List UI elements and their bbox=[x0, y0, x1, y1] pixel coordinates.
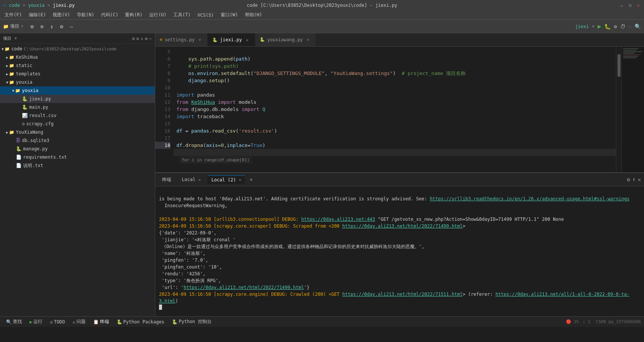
tree-item-db[interactable]: 🗄 db.sqlite3 bbox=[0, 136, 155, 145]
tree-label-youxiawang: YouXiaWang bbox=[16, 130, 43, 135]
menu-run[interactable]: 运行(U) bbox=[146, 11, 170, 19]
link-71499[interactable]: https://0day.ali213.net/html/2022/71499.… bbox=[342, 223, 463, 229]
bt-todo[interactable]: ☑ TODO bbox=[47, 319, 68, 325]
sidebar-action-2[interactable]: ≡ bbox=[136, 36, 139, 41]
more-button[interactable]: ⋯ bbox=[628, 23, 632, 30]
toolbar-btn-1[interactable]: ⚙ bbox=[28, 22, 36, 31]
scrollbar-thumb[interactable] bbox=[617, 54, 621, 77]
tab-settings[interactable]: ⚙ settings.py ✕ bbox=[155, 33, 208, 46]
bt-terminal[interactable]: 📋 终端 bbox=[90, 318, 112, 326]
tree-item-main[interactable]: 🐍 main.py bbox=[0, 103, 155, 111]
tab-youxiawang[interactable]: 🐍 youxiawang.py ✕ bbox=[255, 33, 316, 46]
tree-item-keshihua[interactable]: ▶ 📁 KeShiHua bbox=[0, 53, 155, 61]
tree-item-scrapy[interactable]: ⚙ scrapy.cfg bbox=[0, 120, 155, 128]
terminal-prompt bbox=[159, 305, 640, 310]
ssl-warnings-link[interactable]: https://urllib3.readthedocs.io/en/1.26.x… bbox=[430, 196, 629, 201]
tab-local[interactable]: Local ✕ bbox=[178, 175, 204, 184]
search-icon: 🔍 bbox=[6, 319, 12, 325]
menu-vcs[interactable]: VCS(S) bbox=[195, 12, 217, 19]
sidebar-action-4[interactable]: ⚙ bbox=[145, 36, 148, 41]
bt-run-label: 运行 bbox=[33, 319, 42, 325]
tab-terminal[interactable]: 终端 bbox=[158, 175, 175, 184]
tree-item-youxia[interactable]: ▼ 📁 youxia bbox=[0, 78, 155, 86]
tree-item-static[interactable]: ▶ 📁 static bbox=[0, 61, 155, 70]
tree-item-jiexi[interactable]: 🐍 jiexi.py bbox=[0, 95, 155, 103]
terminal-line-1: is being made to host '0day.ali213.net'.… bbox=[159, 196, 630, 304]
editor-scrollbar[interactable] bbox=[616, 47, 621, 172]
profile-button[interactable]: ⏱ bbox=[620, 23, 625, 30]
coverage-button[interactable]: ⊙ bbox=[614, 23, 617, 30]
local-close[interactable]: ✕ bbox=[198, 178, 201, 182]
project-label[interactable]: 项目 bbox=[10, 23, 19, 30]
menu-edit[interactable]: 编辑(E) bbox=[26, 11, 49, 19]
toolbar: 📁 项目 ▼ ⚙ ≡ ↕ ⚙ — jiexi ▼ ▶ 🐛 ⊙ ⏱ ⋯ 🔍 bbox=[0, 20, 644, 33]
toolbar-btn-3[interactable]: ↕ bbox=[48, 22, 56, 31]
tree-item-result[interactable]: 📊 result.csv bbox=[0, 111, 155, 120]
todo-icon: ☑ bbox=[50, 319, 53, 325]
cfg-file-icon: ⚙ bbox=[22, 121, 25, 126]
bt-problems[interactable]: ⚠ 问题 bbox=[69, 318, 88, 326]
file-tree: ▼ 📁 code C:\Users\83852\Desktop\2023youx… bbox=[0, 44, 155, 316]
folder-icon: 📁 bbox=[9, 63, 14, 68]
tree-item-templates[interactable]: ▶ 📁 templates bbox=[0, 70, 155, 78]
link-443[interactable]: https://0day.ali213.net:443 bbox=[301, 217, 375, 222]
cursor bbox=[159, 305, 162, 310]
menu-help[interactable]: 帮助(H) bbox=[242, 11, 265, 19]
debug-button[interactable]: 🐛 bbox=[604, 23, 611, 30]
menu-window[interactable]: 窗口(W) bbox=[218, 11, 241, 19]
bt-python-console[interactable]: 🐍 Python 控制台 bbox=[169, 318, 215, 326]
menu-tools[interactable]: 工具(T) bbox=[170, 11, 194, 19]
bt-search[interactable]: 🔍 查找 bbox=[3, 318, 25, 326]
sidebar-action-1[interactable]: ⚙ bbox=[132, 36, 135, 41]
run-button[interactable]: ▶ bbox=[597, 23, 601, 30]
sidebar: 项目 ▼ ⚙ ≡ ↕ ⚙ — ▼ 📁 code C:\Users\83852\D… bbox=[0, 33, 155, 316]
tab-close-jiexi[interactable]: ✕ bbox=[244, 37, 250, 43]
search-icon[interactable]: 🔍 bbox=[635, 23, 641, 30]
toolbar-btn-settings[interactable]: ⚙ bbox=[58, 22, 66, 31]
maximize-button[interactable]: ❐ bbox=[627, 3, 633, 8]
sidebar-action-3[interactable]: ↕ bbox=[140, 36, 143, 41]
warning-count: ⚠ 1 bbox=[583, 319, 590, 324]
link-71511[interactable]: https://0day.ali213.net/html/2022/71511.… bbox=[342, 292, 463, 297]
minimize-button[interactable]: — bbox=[619, 3, 624, 8]
menu-navigate[interactable]: 导航(N) bbox=[74, 11, 97, 19]
bt-python-packages[interactable]: 🐍 Python Packages bbox=[114, 319, 167, 325]
project-breadcrumb: code > youxia > jiexi.py bbox=[9, 3, 75, 8]
tree-root[interactable]: ▼ 📁 code C:\Users\83852\Desktop\2023youx… bbox=[0, 45, 155, 53]
tree-item-requirements[interactable]: 📄 requirements.txt bbox=[0, 153, 155, 161]
folder-icon: 📁 bbox=[9, 72, 14, 77]
close-button[interactable]: ✕ bbox=[636, 3, 641, 8]
db-file-icon: 🗄 bbox=[16, 138, 20, 143]
bt-problems-label: 问题 bbox=[76, 319, 86, 325]
link-71499-2[interactable]: https://0day.ali213.net/html/2022/71499.… bbox=[184, 285, 304, 290]
toolbar-btn-close[interactable]: — bbox=[67, 22, 76, 31]
menu-view[interactable]: 视图(V) bbox=[50, 11, 73, 19]
add-terminal-button[interactable]: + bbox=[249, 176, 253, 183]
menu-refactor[interactable]: 重构(R) bbox=[122, 11, 145, 19]
menu-file[interactable]: 文件(F) bbox=[2, 11, 25, 19]
code-content[interactable]: sys.path.append(path) # print(sys.path) … bbox=[173, 47, 616, 172]
local2-close[interactable]: ✕ bbox=[239, 178, 241, 182]
chevron-icon: ▶ bbox=[6, 72, 8, 76]
menu-code[interactable]: 代码(C) bbox=[98, 11, 122, 19]
tree-root-label: code bbox=[11, 46, 22, 52]
terminal-expand-icon[interactable]: ⬆ bbox=[632, 176, 635, 183]
tab-local2[interactable]: Local (2) ✕ bbox=[207, 175, 245, 184]
tree-item-youxia-inner[interactable]: ▼ 📁 youxia bbox=[0, 86, 155, 95]
toolbar-btn-2[interactable]: ≡ bbox=[38, 22, 46, 31]
tree-item-manage[interactable]: 🐍 manage.py bbox=[0, 145, 155, 153]
terminal-close-icon[interactable]: ✕ bbox=[638, 176, 641, 183]
sidebar-action-close[interactable]: — bbox=[149, 36, 152, 41]
chevron-icon: ▶ bbox=[6, 130, 8, 134]
tree-item-readme[interactable]: 📄 说明.txt bbox=[0, 161, 155, 170]
terminal-settings-icon[interactable]: ⚙ bbox=[627, 176, 630, 183]
tab-close-settings[interactable]: ✕ bbox=[197, 37, 203, 43]
folder-icon: 📁 bbox=[9, 80, 14, 85]
chevron-icon: ▼ bbox=[12, 89, 14, 93]
window-controls[interactable]: — ❐ ✕ bbox=[619, 3, 641, 8]
tree-item-youxiawang[interactable]: ▶ 📁 YouXiaWang bbox=[0, 128, 155, 136]
bt-run[interactable]: ▶ 运行 bbox=[27, 318, 45, 326]
tab-jiexi[interactable]: 🐍 jiexi.py ✕ bbox=[208, 33, 255, 46]
terminal-content[interactable]: is being made to host '0day.ali213.net'.… bbox=[155, 186, 644, 316]
tab-close-youxiawang[interactable]: ✕ bbox=[305, 37, 311, 43]
